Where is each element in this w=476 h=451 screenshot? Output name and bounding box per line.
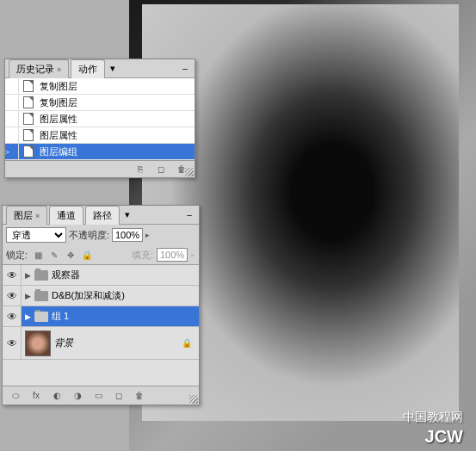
adjustment-layer-icon[interactable]: ◑	[70, 390, 85, 402]
history-step-icon	[23, 113, 34, 125]
layer-list: 👁 ▶ 观察器 👁 ▶ D&B(加深和减淡) 👁 ▶ 组 1 �	[3, 265, 199, 386]
layers-panel: 图层× 通道 路径 ▾ – 穿透 不透明度: ▸ 锁定: ▦ ✎ ✥ 🔒 填充:…	[2, 205, 200, 405]
opacity-arrow-icon[interactable]: ▸	[145, 231, 150, 239]
folder-icon	[34, 270, 48, 281]
watermark-text-1: 中国教程网	[403, 410, 463, 425]
history-toggle[interactable]	[5, 95, 19, 110]
history-item[interactable]: 图层属性	[5, 111, 195, 127]
history-item[interactable]: ▷ 图层编组	[5, 144, 195, 160]
history-panel: 历史记录× 动作 ▾ – 复制图层 复制图层 图层属性 图层属性 ▷	[4, 59, 195, 178]
panel-menu-icon[interactable]: ▾	[121, 209, 133, 221]
lock-pixels-icon[interactable]: ✎	[47, 248, 61, 262]
tab-channels[interactable]: 通道	[49, 206, 83, 225]
history-item[interactable]: 复制图层	[5, 95, 195, 111]
history-current-marker-icon: ▷	[5, 147, 9, 156]
opacity-input[interactable]	[112, 228, 143, 242]
resize-grip-icon[interactable]	[185, 168, 194, 176]
history-step-icon	[23, 96, 34, 108]
link-layers-icon[interactable]: ⬭	[8, 390, 23, 402]
tab-history[interactable]: 历史记录×	[9, 59, 69, 78]
new-document-from-state-icon[interactable]: ⎘	[133, 164, 148, 176]
history-item[interactable]: 复制图层	[5, 78, 195, 95]
layer-style-icon[interactable]: fx	[28, 390, 44, 402]
layer-row[interactable]: 👁 ▶ D&B(加深和减淡)	[3, 286, 199, 306]
tab-close-icon[interactable]: ×	[57, 65, 61, 74]
history-item[interactable]: 图层属性	[5, 127, 195, 144]
expand-arrow-icon[interactable]: ▶	[25, 292, 31, 300]
layer-row[interactable]: 👁 ▶ 观察器	[3, 265, 199, 286]
watermark-text-2: JCW	[425, 427, 463, 447]
eye-icon: 👁	[3, 306, 21, 326]
history-panel-tabs: 历史记录× 动作 ▾ –	[5, 59, 195, 78]
history-toggle[interactable]	[5, 111, 19, 127]
new-group-icon[interactable]: ▭	[90, 390, 106, 402]
history-footer: ⎘ ◻ 🗑	[5, 160, 195, 177]
expand-arrow-icon[interactable]: ▶	[25, 271, 31, 280]
eye-icon: 👁	[7, 337, 17, 349]
layer-row-background[interactable]: 👁 背景 🔒	[3, 327, 199, 360]
layer-mask-icon[interactable]: ◐	[49, 390, 65, 402]
layers-footer: ⬭ fx ◐ ◑ ▭ ◻ 🗑	[3, 386, 199, 405]
history-step-icon	[23, 80, 34, 92]
opacity-label: 不透明度:	[69, 229, 109, 242]
new-layer-icon[interactable]: ◻	[111, 390, 127, 402]
fill-arrow-icon: ▸	[191, 250, 195, 259]
history-toggle[interactable]	[5, 78, 19, 94]
new-snapshot-icon[interactable]: ◻	[153, 164, 169, 176]
blend-mode-dropdown[interactable]: 穿透	[6, 227, 66, 243]
visibility-toggle[interactable]: 👁	[3, 306, 22, 326]
panel-menu-icon[interactable]: ▾	[107, 63, 119, 75]
tab-layers[interactable]: 图层×	[6, 206, 47, 225]
tab-paths[interactable]: 路径	[85, 206, 120, 225]
folder-icon	[34, 291, 48, 301]
panel-minimize-icon[interactable]: –	[183, 209, 195, 221]
layer-thumbnail	[25, 331, 51, 356]
lock-all-icon[interactable]: 🔒	[80, 248, 94, 262]
eye-icon: 👁	[7, 290, 17, 302]
visibility-toggle[interactable]: 👁	[3, 327, 22, 359]
resize-grip-icon[interactable]	[189, 395, 198, 404]
tab-actions[interactable]: 动作	[71, 59, 105, 78]
layers-panel-tabs: 图层× 通道 路径 ▾ –	[3, 206, 199, 225]
layers-toolbar-2: 锁定: ▦ ✎ ✥ 🔒 填充: ▸	[3, 245, 199, 265]
lock-position-icon[interactable]: ✥	[64, 248, 77, 262]
visibility-toggle[interactable]: 👁	[3, 265, 22, 285]
layer-row[interactable]: 👁 ▶ 组 1	[3, 306, 199, 327]
expand-arrow-icon[interactable]: ▶	[25, 312, 31, 321]
fill-label: 填充:	[132, 249, 153, 262]
lock-label: 锁定:	[6, 249, 28, 262]
delete-layer-icon[interactable]: 🗑	[132, 390, 147, 402]
layers-toolbar-1: 穿透 不透明度: ▸	[3, 225, 199, 245]
folder-icon	[34, 312, 48, 322]
history-step-icon	[23, 129, 34, 141]
history-list: 复制图层 复制图层 图层属性 图层属性 ▷ 图层编组	[5, 78, 195, 160]
lock-transparency-icon[interactable]: ▦	[31, 248, 45, 262]
history-step-icon	[23, 145, 34, 158]
panel-minimize-icon[interactable]: –	[179, 63, 191, 75]
fill-input	[157, 248, 188, 262]
history-toggle[interactable]	[5, 127, 19, 143]
visibility-toggle[interactable]: 👁	[3, 286, 22, 306]
eye-icon: 👁	[7, 269, 17, 281]
lock-icon: 🔒	[182, 338, 192, 348]
tab-close-icon[interactable]: ×	[35, 212, 40, 220]
